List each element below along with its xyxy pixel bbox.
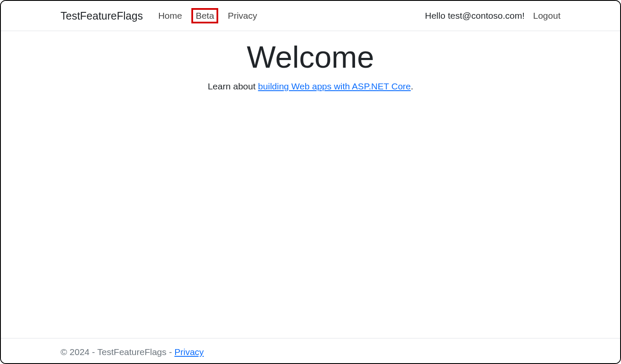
navbar: TestFeatureFlags Home Beta Privacy Hello…	[1, 1, 620, 31]
footer-copyright: © 2024 - TestFeatureFlags -	[61, 347, 174, 357]
main-content: Welcome Learn about building Web apps wi…	[1, 31, 620, 338]
nav-left: TestFeatureFlags Home Beta Privacy	[61, 8, 260, 23]
brand-link[interactable]: TestFeatureFlags	[61, 10, 143, 22]
lead-link[interactable]: building Web apps with ASP.NET Core	[258, 81, 410, 91]
nav-right: Hello test@contoso.com! Logout	[425, 11, 560, 21]
lead-prefix: Learn about	[208, 81, 258, 91]
footer-privacy-link[interactable]: Privacy	[174, 347, 204, 357]
nav-home[interactable]: Home	[155, 8, 185, 23]
nav-beta[interactable]: Beta	[191, 8, 218, 23]
nav-privacy[interactable]: Privacy	[224, 8, 260, 23]
page-title: Welcome	[247, 40, 374, 75]
lead-text: Learn about building Web apps with ASP.N…	[208, 81, 413, 92]
lead-suffix: .	[411, 81, 413, 91]
user-greeting: Hello test@contoso.com!	[425, 11, 525, 21]
footer: © 2024 - TestFeatureFlags - Privacy	[1, 338, 620, 363]
logout-link[interactable]: Logout	[533, 11, 560, 21]
